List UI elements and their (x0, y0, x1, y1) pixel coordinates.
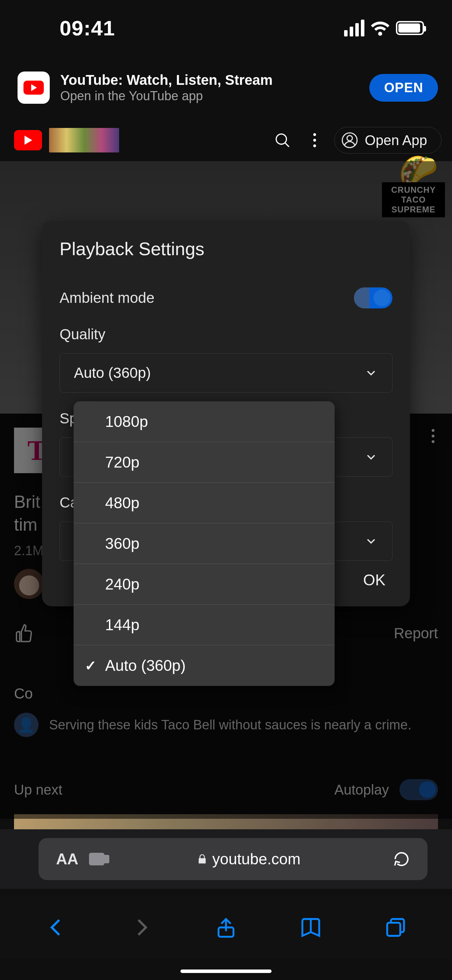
page-settings-button[interactable]: AA (56, 850, 78, 868)
more-options-button[interactable] (302, 127, 327, 153)
ambient-mode-toggle[interactable] (354, 287, 392, 309)
svg-rect-6 (387, 923, 400, 936)
svg-point-3 (347, 136, 352, 141)
youtube-header: Open App (0, 119, 452, 161)
option-label: 360p (105, 535, 140, 552)
quality-label: Quality (42, 326, 410, 343)
quality-value: Auto (360p) (74, 364, 151, 381)
chevron-down-icon (364, 450, 378, 464)
battery-icon (396, 21, 424, 35)
banner-subtitle: Open in the YouTube app (60, 89, 359, 103)
youtube-logo-icon[interactable] (14, 130, 42, 150)
forward-button[interactable] (130, 916, 153, 939)
status-bar: 09:41 (0, 0, 452, 56)
wifi-icon (371, 20, 390, 36)
youtube-app-icon (18, 72, 50, 104)
ambient-mode-row: Ambient mode (42, 280, 410, 315)
account-icon (342, 132, 358, 148)
option-label: 480p (105, 494, 140, 512)
quality-select[interactable]: Auto (360p) (60, 353, 392, 393)
address-domain: youtube.com (212, 850, 301, 868)
reload-button[interactable] (393, 851, 410, 867)
banner-open-button[interactable]: OPEN (369, 74, 438, 102)
option-label: 144p (105, 616, 140, 634)
quality-option-1080p[interactable]: 1080p (73, 401, 334, 442)
option-label: Auto (360p) (105, 657, 186, 675)
tabs-button[interactable] (384, 916, 407, 939)
quality-option-720p[interactable]: 720p (73, 442, 334, 483)
status-time: 09:41 (60, 16, 115, 40)
lock-icon (197, 853, 207, 865)
screen: 09:41 YouTube: Watch, Listen, Stream Ope… (0, 0, 452, 980)
safari-address-bar: AA youtube.com (0, 829, 452, 889)
banner-title: YouTube: Watch, Listen, Stream (60, 72, 359, 88)
more-vertical-icon (313, 139, 316, 142)
banner-text: YouTube: Watch, Listen, Stream Open in t… (60, 72, 359, 103)
option-label: 240p (105, 576, 140, 593)
status-indicators (344, 20, 424, 37)
chevron-down-icon (364, 366, 378, 380)
svg-point-0 (276, 134, 286, 144)
quality-option-144p[interactable]: 144p (73, 605, 334, 645)
youtube-doodle (49, 128, 119, 153)
open-app-button[interactable]: Open App (334, 127, 441, 154)
open-app-label: Open App (365, 132, 427, 148)
safari-toolbar (0, 896, 452, 959)
share-button[interactable] (215, 916, 237, 939)
option-label: 720p (105, 453, 140, 471)
svg-line-1 (285, 143, 289, 146)
address-field[interactable]: AA youtube.com (38, 838, 428, 880)
quality-option-480p[interactable]: 480p (73, 483, 334, 523)
bookmarks-button[interactable] (299, 916, 322, 939)
ambient-mode-label: Ambient mode (60, 290, 154, 306)
smart-app-banner: YouTube: Watch, Listen, Stream Open in t… (0, 63, 452, 112)
quality-dropdown: 1080p 720p 480p 360p 240p 144p ✓ Auto (3… (73, 401, 334, 686)
extensions-icon[interactable] (89, 853, 104, 865)
quality-option-auto[interactable]: ✓ Auto (360p) (73, 645, 334, 686)
chevron-down-icon (364, 534, 378, 548)
back-button[interactable] (45, 916, 68, 939)
panel-title: Playback Settings (42, 238, 410, 259)
check-icon: ✓ (85, 657, 97, 674)
cellular-icon (344, 20, 364, 37)
quality-option-360p[interactable]: 360p (73, 523, 334, 564)
quality-option-240p[interactable]: 240p (73, 564, 334, 605)
option-label: 1080p (105, 413, 148, 430)
search-button[interactable] (270, 127, 295, 153)
home-indicator[interactable] (180, 969, 272, 973)
